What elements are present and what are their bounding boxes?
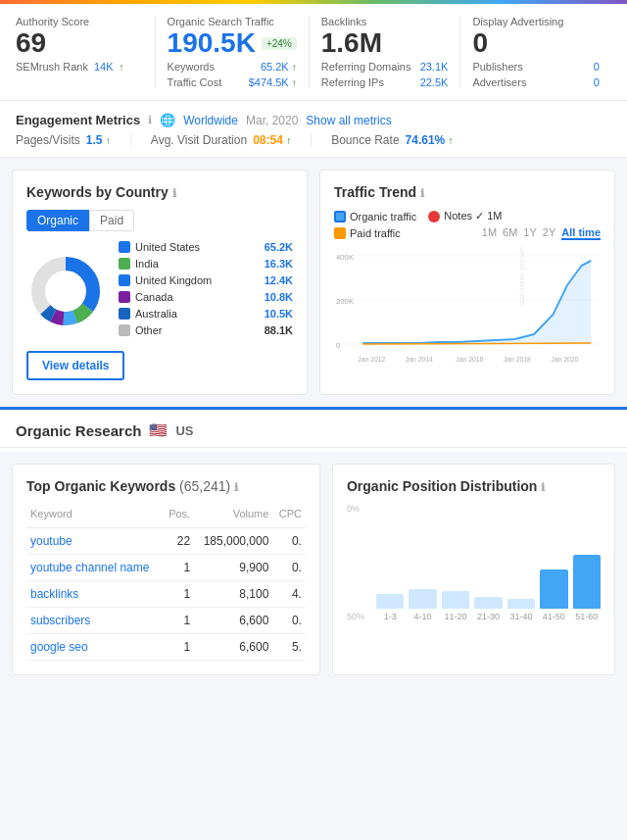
bounce-item: Bounce Rate 74.61% ↑	[331, 133, 472, 147]
svg-text:200K: 200K	[336, 297, 355, 306]
bounce-label: Bounce Rate	[331, 133, 399, 147]
y-50pct: 50%	[347, 612, 364, 621]
svg-text:Jan 2016: Jan 2016	[456, 356, 483, 363]
keywords-table: Keyword Pos. Volume CPC youtube 22 185,0…	[26, 504, 306, 661]
canada-check	[119, 291, 130, 303]
engagement-info-icon[interactable]: ℹ	[148, 114, 152, 126]
country-australia: Australia 10.5K	[119, 308, 293, 320]
svg-text:Jan 2020: Jan 2020	[551, 356, 578, 363]
engagement-title: Engagement Metrics	[16, 113, 140, 127]
table-row: youtube 22 185,000,000 0.	[26, 528, 306, 555]
kbc-tabs: Organic Paid	[26, 210, 293, 231]
cpc-cell: 5.	[272, 634, 306, 661]
keyword-link[interactable]: subscribers	[30, 614, 90, 627]
semrush-row: SEMrush Rank 14K ↑	[16, 61, 143, 73]
volume-cell: 9,900	[194, 555, 272, 581]
organic-research-section: Organic Research 🇺🇸 US	[0, 407, 627, 452]
top-kw-count: (65,241)	[179, 478, 230, 494]
backlinks-label: Backlinks	[321, 16, 449, 27]
period-1y[interactable]: 1Y	[523, 226, 536, 240]
ref-ips-val: 22.5K	[420, 76, 449, 88]
period-1m[interactable]: 1M	[482, 226, 497, 240]
kbc-info-icon[interactable]: ℹ	[172, 187, 176, 199]
organic-legend-label: Organic traffic	[350, 211, 416, 222]
organic-label: Organic Search Traffic	[168, 16, 297, 27]
ref-ips-row: Referring IPs 22.5K	[321, 76, 449, 88]
display-label: Display Advertising	[472, 16, 600, 27]
col-volume: Volume	[194, 504, 272, 528]
cpc-cell: 0.	[272, 555, 306, 581]
cpc-cell: 0.	[272, 528, 306, 555]
pos-cell: 1	[163, 608, 194, 634]
pages-visits-item: Pages/Visits 1.5 ↑	[16, 133, 131, 147]
notes-legend-dot	[428, 211, 440, 222]
pos-bar-label: 4-10	[414, 612, 432, 621]
tab-organic[interactable]: Organic	[26, 210, 89, 231]
keyword-link[interactable]: youtube	[30, 534, 72, 548]
col-keyword: Keyword	[26, 504, 163, 528]
semrush-label: SEMrush Rank	[16, 61, 88, 73]
pos-bar-wrap: 41-50	[540, 523, 567, 621]
period-controls: 1M 6M 1Y 2Y All time	[482, 226, 601, 240]
tab-paid[interactable]: Paid	[89, 210, 134, 231]
traffic-cost-sub: Traffic Cost $474.5K ↑	[168, 76, 297, 88]
bottom-row: Top Organic Keywords (65,241) ℹ Keyword …	[0, 452, 627, 687]
pos-bar	[442, 591, 469, 609]
table-row: backlinks 1 8,100 4.	[26, 581, 306, 608]
pos-bar-wrap: 1-3	[376, 523, 404, 621]
cpc-cell: 4.	[272, 581, 306, 608]
duration-val: 08:54 ↑	[253, 133, 291, 147]
publishers-val: 0	[594, 61, 600, 73]
ref-domains-val: 23.1K	[420, 61, 449, 73]
pos-bar-label: 31-40	[509, 612, 532, 621]
pos-cell: 1	[163, 555, 194, 581]
keywords-val: 65.2K ↑	[261, 61, 297, 73]
pos-bar-wrap: 31-40	[507, 523, 535, 621]
pages-label: Pages/Visits	[16, 133, 80, 147]
organic-research-title: Organic Research 🇺🇸 US	[16, 421, 611, 439]
us-val: 65.2K	[265, 241, 293, 253]
organic-research-label: Organic Research	[16, 422, 141, 439]
australia-val: 10.5K	[265, 308, 293, 320]
country-canada: Canada 10.8K	[119, 291, 293, 303]
top-kw-info-icon[interactable]: ℹ	[234, 481, 238, 493]
pos-bar-label: 1-3	[384, 612, 397, 621]
legend-organic: Organic traffic	[334, 211, 416, 222]
organic-badge: +24%	[262, 37, 297, 50]
view-details-button[interactable]: View details	[26, 351, 124, 380]
svg-text:Jan 2018: Jan 2018	[504, 356, 531, 363]
publishers-row: Publishers 0	[472, 61, 600, 73]
pos-bar	[507, 599, 535, 609]
other-val: 88.1K	[265, 324, 293, 336]
period-2y[interactable]: 2Y	[543, 226, 555, 240]
keyword-link[interactable]: youtube channel name	[30, 561, 149, 574]
engagement-region: Worldwide	[183, 114, 238, 127]
table-row: subscribers 1 6,600 0.	[26, 608, 306, 634]
advertisers-val: 0	[594, 76, 600, 88]
pos-dist-info-icon[interactable]: ℹ	[541, 481, 545, 493]
pos-bar	[474, 597, 502, 609]
keyword-link[interactable]: backlinks	[30, 587, 78, 601]
period-6m[interactable]: 6M	[503, 226, 517, 240]
pos-cell: 22	[163, 528, 194, 555]
show-all-metrics-link[interactable]: Show all metrics	[306, 114, 391, 127]
period-all[interactable]: All time	[561, 226, 601, 240]
engagement-metrics-row: Pages/Visits 1.5 ↑ Avg. Visit Duration 0…	[16, 133, 611, 147]
pos-bar-wrap: 4-10	[409, 523, 436, 621]
traffic-cost-label: Traffic Cost	[168, 76, 222, 88]
trend-info-icon[interactable]: ℹ	[420, 187, 424, 199]
pos-dist-title: Organic Position Distribution ℹ	[347, 478, 601, 494]
organic-block: Organic Search Traffic 190.5K +24% Keywo…	[156, 16, 310, 88]
svg-marker-13	[362, 261, 591, 344]
pos-bar-wrap: 51-60	[573, 523, 601, 621]
pos-bar	[376, 594, 404, 609]
notes-legend-label: Notes ✓ 1M	[444, 210, 502, 222]
pos-bar	[573, 555, 601, 609]
ref-domains-row: Referring Domains 23.1K	[321, 61, 449, 73]
keyword-link[interactable]: google seo	[30, 640, 88, 654]
traffic-trend-card: Traffic Trend ℹ Organic traffic Notes ✓ …	[319, 170, 615, 395]
pos-cell: 1	[163, 634, 194, 661]
table-row: youtube channel name 1 9,900 0.	[26, 555, 306, 581]
organic-legend-box	[334, 211, 346, 222]
globe-icon: 🌐	[160, 113, 175, 127]
